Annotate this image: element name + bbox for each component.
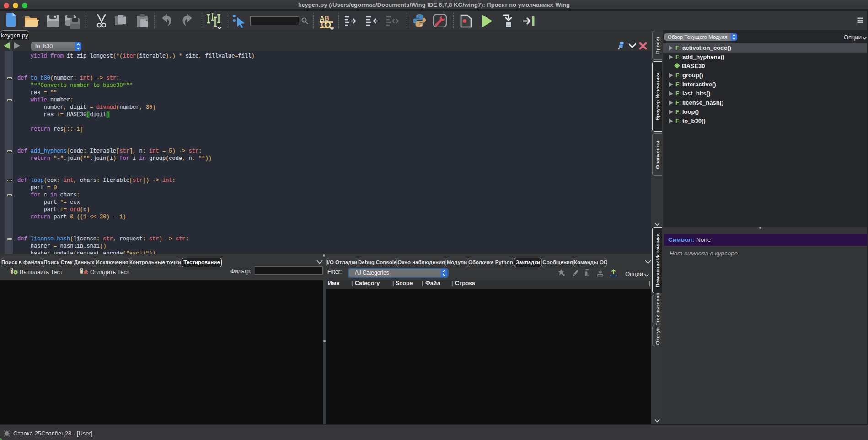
svg-text:AB: AB [320, 15, 329, 22]
